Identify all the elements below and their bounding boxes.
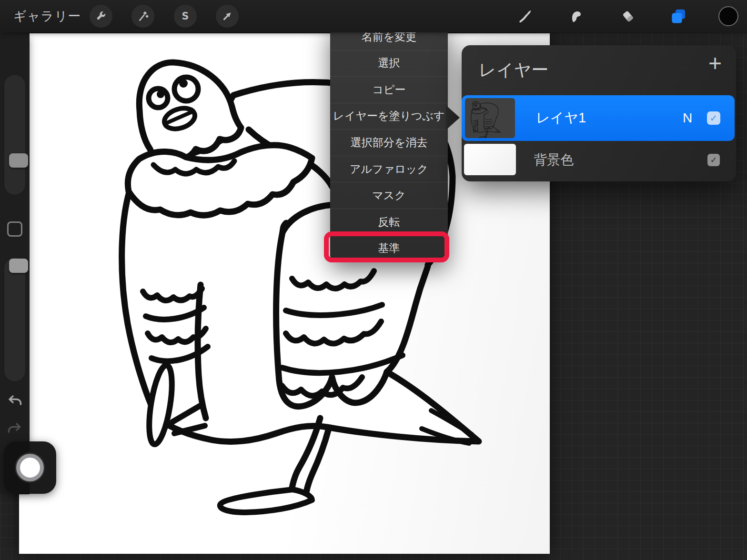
background-layer-thumbnail	[464, 144, 516, 175]
eraser-tool-button[interactable]	[618, 7, 637, 26]
add-layer-button[interactable]: +	[708, 52, 722, 75]
magic-wand-icon	[137, 10, 149, 22]
layers-icon	[669, 7, 687, 25]
modify-button[interactable]	[7, 221, 22, 237]
highlight-annotation	[324, 231, 449, 262]
layer-visibility-checkbox[interactable]: ✓	[707, 111, 720, 125]
transform-arrow-icon	[221, 10, 233, 22]
menu-item-clear-selection[interactable]: 選択部分を消去	[330, 130, 448, 156]
top-toolbar: ギャラリー S	[0, 0, 747, 32]
actions-button[interactable]	[90, 5, 112, 28]
brush-icon	[516, 8, 534, 25]
layers-button[interactable]	[669, 7, 688, 26]
layer-context-menu: 名前を変更 選択 コピー レイヤーを塗りつぶす 選択部分を消去 アルファロック …	[330, 24, 448, 261]
smudge-tool-button[interactable]	[567, 7, 586, 26]
layers-panel-title: レイヤー	[479, 59, 549, 82]
active-color-button[interactable]	[718, 6, 738, 26]
adjustments-button[interactable]	[131, 5, 154, 28]
background-layer-name: 背景色	[534, 151, 574, 169]
opacity-slider[interactable]	[4, 257, 26, 382]
background-visibility-checkbox[interactable]: ✓	[707, 154, 720, 166]
wrench-icon	[95, 10, 107, 22]
svg-text:S: S	[182, 10, 189, 22]
layer-thumbnail	[465, 98, 515, 138]
layers-panel: レイヤー + レイヤ1 N ✓ 背景色 ✓	[462, 45, 736, 181]
menu-item-alpha-lock[interactable]: アルファロック	[330, 156, 448, 183]
menu-item-fill-layer[interactable]: レイヤーを塗りつぶす	[330, 103, 448, 130]
menu-item-mask[interactable]: マスク	[330, 182, 448, 209]
sidebar	[0, 33, 30, 494]
layer-row-selected[interactable]: レイヤ1 N ✓	[462, 95, 735, 141]
assistive-touch-button[interactable]	[4, 441, 56, 494]
selection-button[interactable]: S	[174, 5, 197, 28]
brush-tool-button[interactable]	[515, 7, 535, 26]
redo-icon[interactable]	[6, 420, 23, 437]
brush-size-slider[interactable]	[4, 74, 26, 195]
app-window: 名前を変更 選択 コピー レイヤーを塗りつぶす 選択部分を消去 アルファロック …	[0, 0, 747, 560]
assistive-touch-dot	[16, 454, 44, 481]
layer-name: レイヤ1	[536, 109, 586, 128]
selection-s-icon: S	[179, 10, 192, 22]
menu-item-copy[interactable]: コピー	[330, 77, 448, 103]
smudge-finger-icon	[568, 8, 585, 25]
eraser-icon	[619, 8, 636, 25]
menu-callout-arrow	[446, 105, 460, 130]
gallery-button[interactable]: ギャラリー	[13, 0, 81, 32]
background-layer-row[interactable]: 背景色 ✓	[462, 141, 736, 179]
opacity-slider-handle[interactable]	[9, 259, 28, 273]
transform-button[interactable]	[216, 5, 239, 28]
brush-size-slider-handle[interactable]	[9, 153, 28, 168]
undo-icon[interactable]	[6, 392, 23, 410]
menu-item-select[interactable]: 選択	[330, 50, 448, 77]
blend-mode-button[interactable]: N	[683, 110, 692, 126]
